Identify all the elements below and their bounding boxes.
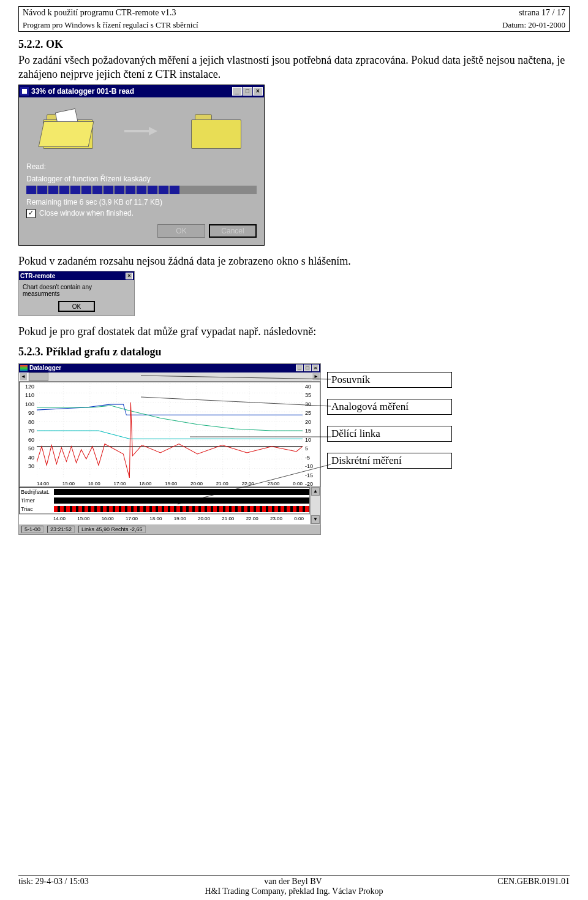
y-axis-left: 12011010090807060504030 (20, 382, 36, 486)
progress-title: 33% of datalogger 001-B read (31, 87, 232, 96)
callout-delici: Dělící linka (327, 426, 452, 442)
page-header: Návod k použití programu CTR-remote v1.3… (18, 6, 570, 32)
msgbox-ok-button[interactable]: OK (58, 301, 95, 312)
copy-animation (26, 104, 257, 159)
discrete-row: Bedrijfsstat. (20, 488, 309, 496)
status-bar: 5-1-00 23:21:52 Links 45,90 Rechts -2,65 (19, 524, 320, 534)
x-axis-1: 14:0015:0016:0017:0018:0019:0020:0021:00… (37, 481, 303, 486)
progress-titlebar[interactable]: 33% of datalogger 001-B read _ □ × (19, 85, 264, 97)
maximize-button[interactable]: □ (304, 365, 311, 371)
close-button[interactable]: × (253, 87, 263, 96)
chart-icon (20, 365, 28, 371)
svg-rect-1 (22, 89, 27, 94)
vertical-scrollbar[interactable]: ▲ ▼ (310, 487, 320, 524)
datalogger-title: Datalogger (29, 365, 296, 371)
header-sub-left: Program pro Windows k řízení regulací s … (23, 20, 198, 30)
ok-button[interactable]: OK (157, 224, 205, 238)
para-mid1: Pokud v zadaném rozsahu nejsou žádná dat… (18, 254, 570, 268)
minimize-button[interactable]: _ (232, 87, 242, 96)
read-label: Read: (26, 162, 257, 171)
discrete-row: Timer (20, 496, 309, 505)
header-sub-right: Datum: 20-01-2000 (502, 20, 565, 30)
footer-mid1: van der Beyl BV (264, 877, 322, 887)
analog-chart: 12011010090807060504030 403530252015105-… (19, 382, 320, 487)
discrete-chart: Bedrijfsstat. Timer Triac (19, 487, 310, 514)
minimize-button[interactable]: _ (296, 365, 303, 371)
maximize-button[interactable]: □ (243, 87, 252, 96)
close-when-finished-checkbox[interactable]: ✓ (26, 209, 36, 218)
datalogger-window: Datalogger _ □ × ◄ ► 1201101009080706050… (18, 363, 321, 535)
msgbox-titlebar[interactable]: CTR-remote × (19, 271, 134, 280)
horizontal-scrollbar[interactable]: ◄ ► (19, 372, 320, 382)
para-mid2: Pokud je pro graf dostatek dat může graf… (18, 325, 570, 339)
scroll-right-button[interactable]: ► (312, 372, 320, 381)
footer-right: CEN.GEBR.0191.01 (497, 877, 570, 887)
page-footer: tisk: 29-4-03 / 15:03 van der Beyl BV CE… (18, 875, 570, 896)
scroll-track[interactable] (28, 372, 312, 381)
scroll-down-button[interactable]: ▼ (311, 515, 320, 524)
para-5-2-2: Po zadání všech požadovaných měření a je… (18, 53, 570, 82)
folder-closed-icon (191, 114, 240, 148)
header-title-right: strana 17 / 17 (519, 8, 565, 18)
analog-chart-svg (37, 384, 303, 478)
close-button[interactable]: × (312, 365, 319, 371)
x-axis-2: 14:0015:0016:0017:0018:0019:0020:0021:00… (19, 514, 310, 524)
close-when-finished-label: Close window when finished. (39, 209, 134, 217)
arrow-right-icon (124, 127, 159, 135)
datalogger-titlebar[interactable]: Datalogger _ □ × (19, 364, 320, 372)
callout-analogova: Analogová měření (327, 399, 452, 415)
status-time: 23:21:52 (47, 526, 75, 533)
msgbox-text: Chart doesn't contain any measurments (19, 280, 134, 298)
header-title-left: Návod k použití programu CTR-remote v1.3 (23, 8, 176, 18)
heading-5-2-2: 5.2.2. OK (18, 38, 570, 51)
footer-mid2: H&I Trading Company, překlad Ing. Václav… (18, 887, 570, 896)
progress-dialog: 33% of datalogger 001-B read _ □ × Read:… (18, 85, 265, 246)
read-value: Datalogger of function Řízení kaskády (26, 175, 257, 183)
scroll-left-button[interactable]: ◄ (19, 372, 28, 381)
callout-posuvnik: Posuvník (327, 372, 452, 388)
scroll-thumb[interactable] (29, 372, 48, 381)
folder-open-icon (43, 114, 92, 148)
msgbox-title: CTR-remote (20, 273, 55, 279)
app-icon (20, 87, 29, 96)
heading-5-2-3: 5.2.3. Příklad grafu z datalogu (18, 346, 570, 358)
msgbox-close-button[interactable]: × (126, 273, 133, 279)
status-values: Links 45,90 Rechts -2,65 (78, 526, 146, 533)
footer-left: tisk: 29-4-03 / 15:03 (18, 877, 89, 887)
message-box: CTR-remote × Chart doesn't contain any m… (18, 271, 135, 316)
y-axis-right: 403530252015105-5-10-15-20 (304, 382, 320, 486)
cancel-button[interactable]: Cancel (209, 224, 257, 238)
progress-bar (26, 186, 257, 194)
status-date: 5-1-00 (21, 526, 43, 533)
callout-diskretni: Diskrétní měření (327, 453, 452, 469)
remaining-label: Remaining time 6 sec (3,9 KB of 11,7 KB) (26, 198, 257, 206)
discrete-row: Triac (20, 505, 309, 513)
